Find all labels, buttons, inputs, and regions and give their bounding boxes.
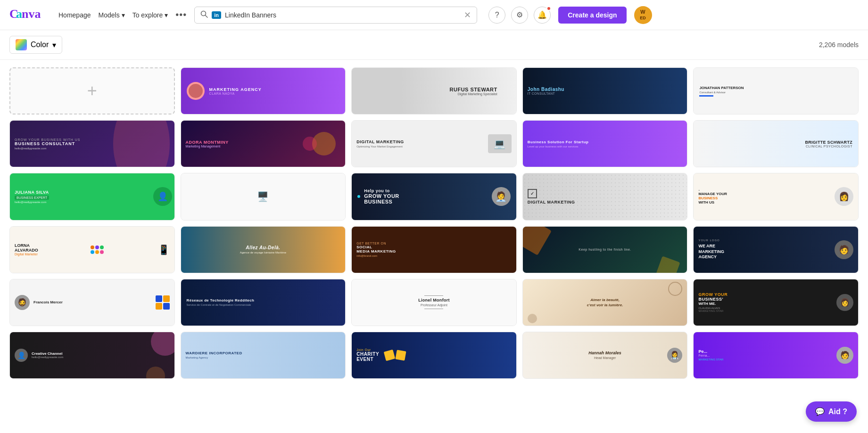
template-brigitte-schwartz[interactable]: BRIGITTE SCHWARTZ CLINICAL PSYCHOLOGIST	[693, 120, 859, 167]
avatar[interactable]: WED	[634, 6, 652, 24]
help-button[interactable]: ?	[488, 7, 505, 24]
template-digital-marketing-1[interactable]: DIGITAL MARKETING Optimizing Your Market…	[351, 120, 517, 167]
chevron-down-icon: ▾	[52, 41, 56, 49]
nav-models[interactable]: Models ▾	[99, 11, 125, 19]
template-allez-au-dela[interactable]: Allez Au-Delà. Agence de voyage lointain…	[181, 226, 346, 273]
template-we-are-marketing-agency[interactable]: YOUR LOGO WE AREMARKETINGAGENCY 🧑	[693, 226, 859, 273]
plus-icon: +	[87, 81, 97, 101]
template-aimer-la-beaute[interactable]: Aimer la beauté,c'est voir la lumière.	[522, 279, 688, 326]
templates-grid-container: + MARKETING AGENCY CLARA NADYA	[0, 60, 868, 433]
template-pedro-fernando[interactable]: Pe... Ferna... MARKETING STAR 🧑	[693, 332, 859, 379]
template-reseaux-redditech[interactable]: Réseaux de Technologie Redditech Service…	[181, 279, 346, 326]
template-wardiere-incorporated[interactable]: WARDIERE INCORPORATED Marketing Agency	[181, 332, 346, 379]
template-grow-business[interactable]: Help you to GROW YOUR BUSINESS 🧑‍💼	[351, 173, 517, 220]
template-lorna-alvarado[interactable]: LORNA ALVARADO Digital Marketer 📱	[9, 226, 175, 273]
question-icon: ?	[495, 11, 499, 19]
chevron-down-icon: ▾	[165, 11, 168, 19]
template-francois-mercer[interactable]: 🧔 Francois Mercer	[9, 279, 175, 326]
settings-button[interactable]: ⚙	[511, 7, 528, 24]
logo[interactable]: C a nva	[9, 6, 47, 24]
notification-dot	[546, 6, 551, 11]
svg-text:nva: nva	[22, 7, 41, 21]
template-marketing-agency[interactable]: MARKETING AGENCY CLARA NADYA	[181, 67, 346, 114]
color-filter-button[interactable]: Color ▾	[9, 36, 62, 54]
template-lionel-monfort[interactable]: Lionel Monfort Professeur Adjoint	[351, 279, 517, 326]
header: C a nva Homepage Models ▾ To explore ▾ •…	[0, 0, 868, 30]
template-manage-business[interactable]: • MANAGE YOUR BUSINESS WITH US 👩	[693, 173, 859, 220]
nav-explore[interactable]: To explore ▾	[132, 11, 168, 19]
clear-search-icon[interactable]: ✕	[464, 10, 471, 20]
template-jonathan-patterson[interactable]: JONATHAN PATTERSON Consultant & Advisor	[693, 67, 859, 114]
search-icon	[200, 10, 208, 20]
add-template-card[interactable]: +	[9, 67, 175, 114]
chevron-down-icon: ▾	[122, 11, 125, 19]
template-rufus-stewart[interactable]: RUFUS STEWART Digital Marketing Speciali…	[351, 67, 517, 114]
main-nav: Homepage Models ▾ To explore ▾ •••	[58, 9, 187, 20]
notifications-button[interactable]: 🔔	[534, 7, 551, 24]
gear-icon: ⚙	[516, 10, 523, 19]
color-filter-label: Color	[31, 41, 49, 49]
template-digital-marketing-2[interactable]: ✓ DIGITAL MARKETING	[522, 173, 688, 220]
templates-grid: + MARKETING AGENCY CLARA NADYA	[9, 67, 859, 379]
color-swatch-icon	[16, 39, 27, 50]
template-business-consultant[interactable]: GROW YOUR BUSINESS WITH US BUSINESS CONS…	[9, 120, 175, 167]
nav-more-icon[interactable]: •••	[175, 9, 187, 20]
template-laptop[interactable]: 🖥️	[181, 173, 346, 220]
create-design-button[interactable]: Create a design	[558, 7, 626, 24]
template-charity-event[interactable]: Join Our CHARITY EVENT	[351, 332, 517, 379]
search-input[interactable]	[225, 11, 460, 19]
template-business-solution[interactable]: Business Solution For Startup Level up y…	[522, 120, 688, 167]
search-bar: in ✕	[194, 7, 477, 24]
avatar-initials: WED	[640, 9, 646, 21]
template-hannah-morales[interactable]: 👩‍⚕️ Hannah Morales Head Manager	[522, 332, 688, 379]
models-count: 2,206 models	[819, 41, 859, 49]
template-social-media-marketing[interactable]: GET BETTER ON SOCIAL MEDIA MARKETING inf…	[351, 226, 517, 273]
aid-icon: 💬	[815, 407, 825, 416]
toolbar: Color ▾ 2,206 models	[0, 30, 868, 60]
template-grow-business-with-me[interactable]: GROW YOUR BUSINESS' WITH ME. CLAUDIA ALV…	[693, 279, 859, 326]
bell-icon: 🔔	[537, 10, 547, 19]
template-juliana-silva[interactable]: 👤 JULIANA SILVA BUSINESS EXPERT hello@re…	[9, 173, 175, 220]
template-john-badiashu[interactable]: John Badiashu IT CONSULTANT	[522, 67, 688, 114]
template-keep-hustling[interactable]: Keep hustling to the finish line.	[522, 226, 688, 273]
aid-button[interactable]: 💬 Aid ?	[806, 401, 857, 422]
aid-label: Aid ?	[828, 408, 847, 416]
linkedin-badge: in	[212, 11, 221, 19]
svg-line-4	[206, 15, 208, 17]
template-creative-channel[interactable]: 👤 Creative Channel hello@reallygreasite.…	[9, 332, 175, 379]
header-icons: ? ⚙ 🔔	[488, 7, 551, 24]
nav-homepage[interactable]: Homepage	[58, 11, 91, 19]
template-adora-montminy[interactable]: ADORA MONTMINY Marketing Management	[181, 120, 346, 167]
